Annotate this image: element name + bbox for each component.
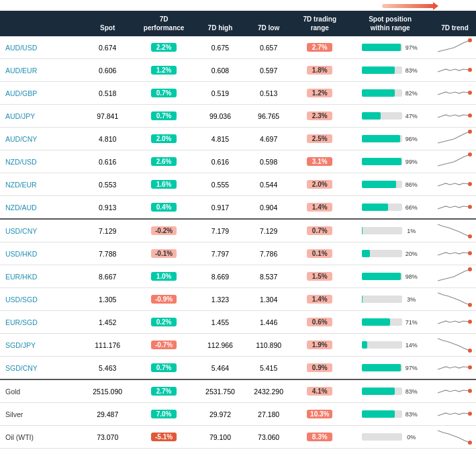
low-value: 110.890 — [244, 334, 293, 357]
table-row: SGD/CNY 5.463 0.7% 5.464 5.415 0.9% 97% — [0, 357, 476, 380]
pair-label: Silver — [0, 403, 83, 426]
spot-value: 2515.090 — [83, 379, 132, 403]
high-value: 4.116 — [196, 449, 244, 453]
range-badge: 0.6% — [293, 311, 346, 334]
pair-label: NZD/EUR — [0, 173, 83, 196]
sparkline-down — [436, 222, 473, 238]
low-value: 0.904 — [244, 196, 293, 220]
spot-value: 97.841 — [83, 105, 132, 128]
spot-value: 29.487 — [83, 403, 132, 426]
spot-position: 97% — [346, 357, 434, 380]
table-row: Silver 29.487 7.0% 29.972 27.180 10.3% 8… — [0, 403, 476, 426]
table-row: USD/SGD 1.305 -0.9% 1.323 1.304 1.4% 3% — [0, 288, 476, 311]
low-value: 27.180 — [244, 403, 293, 426]
low-value: 73.060 — [244, 426, 293, 449]
col-7d-perf: 7Dperformance — [132, 11, 196, 36]
trend-cell — [434, 82, 476, 105]
col-pair — [0, 11, 83, 36]
spot-value: 4.810 — [83, 128, 132, 150]
sparkline-flat — [436, 84, 473, 101]
spot-value: 73.070 — [83, 426, 132, 449]
spot-position: 96% — [346, 128, 434, 150]
low-value: 7.786 — [244, 242, 293, 265]
sparkline-down — [436, 336, 473, 353]
spot-position: 98% — [346, 265, 434, 288]
svg-point-1 — [468, 68, 472, 72]
table-row: AUD/CNY 4.810 2.0% 4.815 4.697 2.5% 96% — [0, 128, 476, 150]
range-badge: 2.0% — [293, 173, 346, 196]
sparkline-flat — [436, 175, 473, 192]
range-badge: 1.2% — [293, 82, 346, 105]
table-row: AUD/USD 0.674 2.2% 0.675 0.657 2.7% 97% — [0, 36, 476, 59]
sparkline-flat — [436, 405, 473, 422]
spot-value: 5.463 — [83, 357, 132, 380]
col-7d-low: 7D low — [244, 11, 293, 36]
low-value: 96.765 — [244, 105, 293, 128]
spot-position: 86% — [346, 173, 434, 196]
low-value: 3.869 — [244, 449, 293, 453]
svg-point-4 — [468, 130, 472, 134]
high-value: 0.616 — [196, 150, 244, 173]
pair-label: NZD/USD — [0, 150, 83, 173]
sparkline-up — [436, 267, 473, 284]
spot-value: 0.674 — [83, 36, 132, 59]
col-spot-position: Spot positionwithin range — [346, 11, 434, 36]
spot-position: 66% — [346, 196, 434, 220]
range-badge: 3.1% — [293, 150, 346, 173]
volatility-indicator — [379, 4, 436, 8]
spot-position: 47% — [346, 449, 434, 453]
pair-label: NZD/AUD — [0, 196, 83, 220]
trend-cell — [434, 426, 476, 449]
spot-position: 1% — [346, 219, 434, 242]
trend-cell — [434, 219, 476, 242]
range-badge: 1.8% — [293, 59, 346, 82]
table-row: AUD/GBP 0.518 0.7% 0.519 0.513 1.2% 82% — [0, 82, 476, 105]
high-value: 0.519 — [196, 82, 244, 105]
volatility-arrow-line — [382, 4, 436, 8]
svg-point-7 — [468, 205, 472, 209]
spot-position: 20% — [346, 242, 434, 265]
table-row: AUD/JPY 97.841 0.7% 99.036 96.765 2.3% 4… — [0, 105, 476, 128]
pair-label: US 2-year yields — [0, 449, 83, 453]
trend-cell — [434, 150, 476, 173]
high-value: 99.036 — [196, 105, 244, 128]
range-badge: 0.1% — [293, 242, 346, 265]
svg-point-17 — [468, 441, 472, 445]
high-value: 2531.750 — [196, 379, 244, 403]
perf-badge: -0.2% — [132, 219, 196, 242]
spot-position: 83% — [346, 403, 434, 426]
trend-cell — [434, 173, 476, 196]
trend-cell — [434, 242, 476, 265]
trend-cell — [434, 334, 476, 357]
sparkline-flat — [436, 313, 473, 330]
perf-badge: 0.7% — [132, 82, 196, 105]
perf-badge: 2.0% — [132, 128, 196, 150]
spot-value: 7.129 — [83, 219, 132, 242]
col-spot: Spot — [83, 11, 132, 36]
pair-label: SGD/CNY — [0, 357, 83, 380]
pair-label: AUD/CNY — [0, 128, 83, 150]
high-value: 7.797 — [196, 242, 244, 265]
spot-position: 3% — [346, 288, 434, 311]
table-row: EUR/SGD 1.452 0.2% 1.455 1.446 0.6% 71% — [0, 311, 476, 334]
spot-position: 14% — [346, 334, 434, 357]
sparkline-down — [436, 290, 473, 307]
low-value: 2432.290 — [244, 379, 293, 403]
perf-badge: 0.4% — [132, 196, 196, 220]
spot-value: 0.913 — [83, 196, 132, 220]
perf-badge: 0.7% — [132, 105, 196, 128]
col-7d-range: 7D tradingrange — [293, 11, 346, 36]
perf-badge: -5.1% — [132, 426, 196, 449]
high-value: 112.966 — [196, 334, 244, 357]
spot-value: 0.616 — [83, 150, 132, 173]
spot-position: 83% — [346, 379, 434, 403]
spot-position: 99% — [346, 150, 434, 173]
high-value: 79.100 — [196, 426, 244, 449]
range-badge: 6.4% — [293, 449, 346, 453]
trend-cell — [434, 105, 476, 128]
high-value: 5.464 — [196, 357, 244, 380]
trend-cell — [434, 449, 476, 453]
pair-label: Gold — [0, 379, 83, 403]
perf-badge: 2.6% — [132, 150, 196, 173]
spot-value: 8.667 — [83, 265, 132, 288]
